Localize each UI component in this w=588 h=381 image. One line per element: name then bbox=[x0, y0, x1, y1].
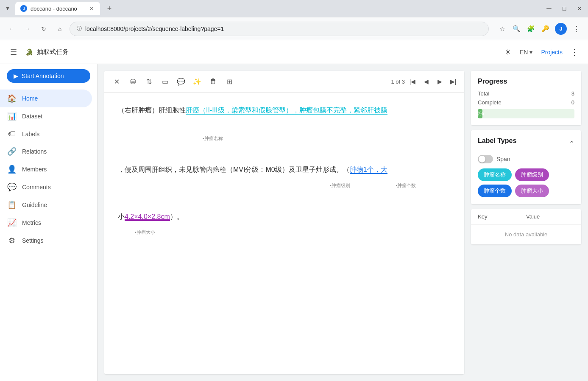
sidebar: ▶ Start Annotation 🏠 Home 📊 Dataset 🏷 La… bbox=[0, 64, 98, 381]
chip-tumor-count-label: 肿瘤个数 bbox=[484, 188, 506, 194]
label-types-title: Label Types bbox=[478, 137, 516, 145]
sidebar-item-home-label: Home bbox=[22, 95, 38, 102]
pagination-text: 1 of 3 bbox=[391, 78, 405, 85]
last-page-btn[interactable]: ▶| bbox=[447, 76, 459, 87]
sidebar-item-dataset[interactable]: 📊 Dataset bbox=[0, 107, 92, 125]
first-page-btn[interactable]: |◀ bbox=[407, 76, 418, 87]
complete-value: 0 bbox=[571, 99, 574, 106]
bookmark-star-icon[interactable]: ☆ bbox=[496, 22, 508, 35]
profile-btn[interactable]: J bbox=[555, 23, 567, 35]
progress-total-row: Total 3 bbox=[478, 90, 574, 97]
sidebar-item-home[interactable]: 🏠 Home bbox=[0, 90, 92, 107]
back-btn[interactable]: ← bbox=[5, 22, 18, 35]
text-segment-2: ，侵及周围肝组织，未见脉管内癌栓（MVI分级：M0级）及卫星子灶形成。（ bbox=[118, 166, 350, 173]
lock-icon: ⓘ bbox=[77, 25, 82, 32]
tumor-name-label: 肿瘤名称 bbox=[204, 136, 223, 141]
new-tab-btn[interactable]: + bbox=[103, 3, 115, 14]
settings-icon: ⚙ bbox=[7, 236, 17, 245]
tab-close-btn[interactable]: ✕ bbox=[88, 5, 95, 12]
maximize-btn[interactable]: □ bbox=[559, 3, 569, 14]
tumor-name-span[interactable]: 肝癌（II-III级，梁索型和假腺管型），肿瘤包膜不完整，紧邻肝被膜 bbox=[186, 106, 387, 115]
tab-title: doccano - doccano bbox=[31, 6, 85, 12]
progress-percent: 0% bbox=[478, 111, 484, 117]
metadata-empty-text: No data available bbox=[471, 224, 581, 244]
hamburger-menu-btn[interactable]: ☰ bbox=[7, 45, 20, 59]
sidebar-item-relations-label: Relations bbox=[22, 148, 47, 155]
text-paragraph-2: ，侵及周围肝组织，未见脉管内癌栓（MVI分级：M0级）及卫星子灶形成。（肿物1个… bbox=[118, 162, 451, 192]
metrics-icon: 📈 bbox=[7, 218, 17, 227]
labels-icon: 🏷 bbox=[7, 129, 17, 138]
span-toggle-switch[interactable] bbox=[478, 155, 493, 163]
grid-btn[interactable]: ⊞ bbox=[222, 74, 237, 89]
progress-card: Progress Total 3 Complete 0 0% bbox=[471, 71, 581, 125]
projects-link[interactable]: Projects bbox=[541, 49, 563, 56]
sort-btn[interactable]: ⇅ bbox=[142, 74, 156, 89]
minimize-btn[interactable]: ─ bbox=[544, 3, 554, 14]
address-bar[interactable]: ⓘ localhost:8000/projects/2/sequence-lab… bbox=[70, 22, 489, 36]
clear-btn[interactable]: ✕ bbox=[109, 74, 124, 89]
password-icon[interactable]: 🔑 bbox=[539, 22, 552, 35]
comments-icon: 💬 bbox=[7, 182, 17, 192]
chip-tumor-size[interactable]: 肿瘤大小 bbox=[515, 185, 549, 197]
sidebar-item-labels[interactable]: 🏷 Labels bbox=[0, 125, 92, 143]
app-name: 抽取式任务 bbox=[37, 48, 69, 56]
sidebar-item-relations[interactable]: 🔗 Relations bbox=[0, 143, 92, 160]
zoom-icon[interactable]: 🔍 bbox=[510, 22, 523, 35]
document-content[interactable]: （右肝肿瘤）肝细胞性肝癌（II-III级，梁索型和假腺管型），肿瘤包膜不完整，紧… bbox=[104, 92, 464, 374]
reload-btn[interactable]: ↻ bbox=[37, 22, 50, 35]
key-header: Key bbox=[478, 213, 526, 220]
progress-complete-row: Complete 0 bbox=[478, 99, 574, 106]
tumor-count-span[interactable]: 肿物1个，大 bbox=[350, 166, 387, 174]
metadata-header: Key Value bbox=[471, 209, 581, 224]
browser-back-tabs-btn[interactable]: ▼ bbox=[3, 4, 12, 13]
sidebar-item-settings[interactable]: ⚙ Settings bbox=[0, 232, 92, 249]
chip-tumor-size-label: 肿瘤大小 bbox=[521, 188, 543, 194]
pagination: 1 of 3 |◀ ◀ ▶ ▶| bbox=[391, 76, 459, 87]
app-logo: 🐊 抽取式任务 bbox=[25, 48, 69, 56]
logo-icon: 🐊 bbox=[25, 48, 33, 56]
home-icon: 🏠 bbox=[7, 94, 17, 103]
active-tab[interactable]: d doccano - doccano ✕ bbox=[15, 2, 100, 15]
language-btn[interactable]: EN ▾ bbox=[516, 47, 536, 57]
document-toolbar: ✕ ⛁ ⇅ ▭ 💬 ✨ 🗑 ⊞ 1 of 3 |◀ ◀ ▶ ▶| bbox=[104, 71, 464, 92]
home-btn[interactable]: ⌂ bbox=[53, 22, 66, 35]
sidebar-item-metrics-label: Metrics bbox=[22, 219, 41, 226]
chip-tumor-count[interactable]: 肿瘤个数 bbox=[478, 185, 512, 197]
comment-btn[interactable]: 💬 bbox=[174, 74, 188, 89]
tumor-size-span[interactable]: 4.2×4.0×2.8cm bbox=[125, 213, 170, 221]
toggle-knob bbox=[479, 156, 485, 162]
lang-chevron-icon: ▾ bbox=[529, 49, 532, 56]
theme-toggle-icon[interactable]: ☀ bbox=[504, 48, 511, 57]
sidebar-toggle-btn[interactable]: ▭ bbox=[158, 74, 172, 89]
extensions-icon[interactable]: 🧩 bbox=[524, 22, 537, 35]
chip-tumor-name-label: 肿瘤名称 bbox=[484, 171, 506, 178]
start-annotation-button[interactable]: ▶ Start Annotation bbox=[7, 69, 90, 83]
tumor-grade-label: 肿瘤级别 bbox=[332, 183, 350, 188]
delete-btn[interactable]: 🗑 bbox=[206, 74, 220, 89]
sidebar-item-metrics[interactable]: 📈 Metrics bbox=[0, 214, 92, 232]
app-more-btn[interactable]: ⋮ bbox=[568, 45, 581, 59]
next-page-btn[interactable]: ▶ bbox=[434, 76, 446, 87]
total-value: 3 bbox=[571, 90, 574, 97]
more-options-icon[interactable]: ⋮ bbox=[570, 22, 583, 35]
close-btn[interactable]: ✕ bbox=[574, 3, 585, 14]
sidebar-item-dataset-label: Dataset bbox=[22, 113, 42, 120]
sidebar-item-comments[interactable]: 💬 Comments bbox=[0, 178, 92, 196]
tumor-count-label: 肿瘤个数 bbox=[397, 183, 416, 188]
span-label: Span bbox=[496, 156, 510, 162]
right-panel: Progress Total 3 Complete 0 0% bbox=[471, 71, 581, 374]
sidebar-item-guideline[interactable]: 📋 Guideline bbox=[0, 196, 92, 214]
lang-label: EN bbox=[520, 49, 528, 56]
label-types-card: Label Types ⌃ Span 肿瘤名称 肿瘤级别 bbox=[471, 130, 581, 204]
magic-wand-btn[interactable]: ✨ bbox=[190, 74, 204, 89]
filter-btn[interactable]: ⛁ bbox=[125, 74, 140, 89]
chip-tumor-grade[interactable]: 肿瘤级别 bbox=[515, 168, 549, 181]
forward-btn[interactable]: → bbox=[21, 22, 34, 35]
text-segment-4: ）。 bbox=[170, 213, 184, 220]
chip-tumor-name[interactable]: 肿瘤名称 bbox=[478, 168, 512, 181]
prev-page-btn[interactable]: ◀ bbox=[420, 76, 432, 87]
label-types-header: Label Types ⌃ bbox=[478, 137, 574, 150]
sidebar-item-members-label: Members bbox=[22, 166, 47, 173]
sidebar-item-members[interactable]: 👤 Members bbox=[0, 160, 92, 178]
collapse-icon[interactable]: ⌃ bbox=[569, 140, 574, 148]
